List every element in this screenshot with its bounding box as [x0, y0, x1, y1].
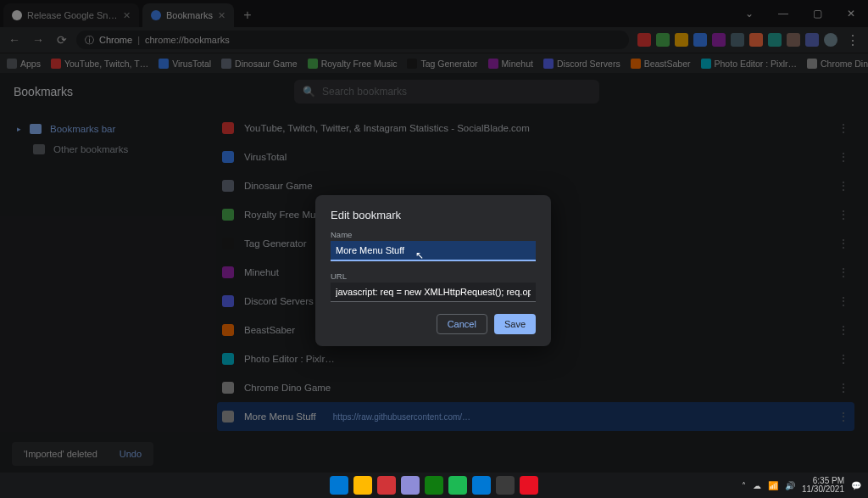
taskbar-app-icon[interactable]	[520, 476, 538, 495]
edit-bookmark-dialog: Edit bookmark Name URL Cancel Save	[315, 195, 551, 346]
taskbar-center	[330, 476, 538, 495]
taskbar-app-icon[interactable]	[425, 476, 443, 495]
tray-chevron-icon[interactable]: ˄	[742, 481, 746, 490]
tray-cloud-icon[interactable]: ☁	[753, 481, 761, 490]
system-tray: ˄ ☁ 📶 🔊 6:35 PM 11/30/2021 💬	[742, 477, 861, 495]
cancel-button[interactable]: Cancel	[437, 314, 487, 334]
url-input[interactable]	[331, 283, 536, 302]
notifications-icon[interactable]: 💬	[851, 481, 861, 490]
tray-volume-icon[interactable]: 🔊	[785, 481, 795, 490]
taskbar-app-icon[interactable]	[377, 476, 396, 495]
taskbar-app-icon[interactable]	[448, 476, 467, 495]
taskbar-app-icon[interactable]	[401, 476, 420, 495]
tray-wifi-icon[interactable]: 📶	[768, 481, 778, 490]
taskbar: ˄ ☁ 📶 🔊 6:35 PM 11/30/2021 💬	[0, 473, 868, 498]
dialog-title: Edit bookmark	[331, 209, 536, 221]
url-label: URL	[331, 271, 536, 281]
taskbar-app-icon[interactable]	[472, 476, 491, 495]
taskbar-clock[interactable]: 6:35 PM 11/30/2021	[802, 477, 844, 495]
save-button[interactable]: Save	[494, 314, 536, 334]
taskbar-app-icon[interactable]	[330, 476, 348, 495]
clock-date: 11/30/2021	[802, 485, 844, 495]
name-label: Name	[331, 230, 536, 239]
taskbar-app-icon[interactable]	[496, 476, 515, 495]
taskbar-app-icon[interactable]	[353, 476, 372, 495]
name-input[interactable]	[331, 241, 536, 261]
